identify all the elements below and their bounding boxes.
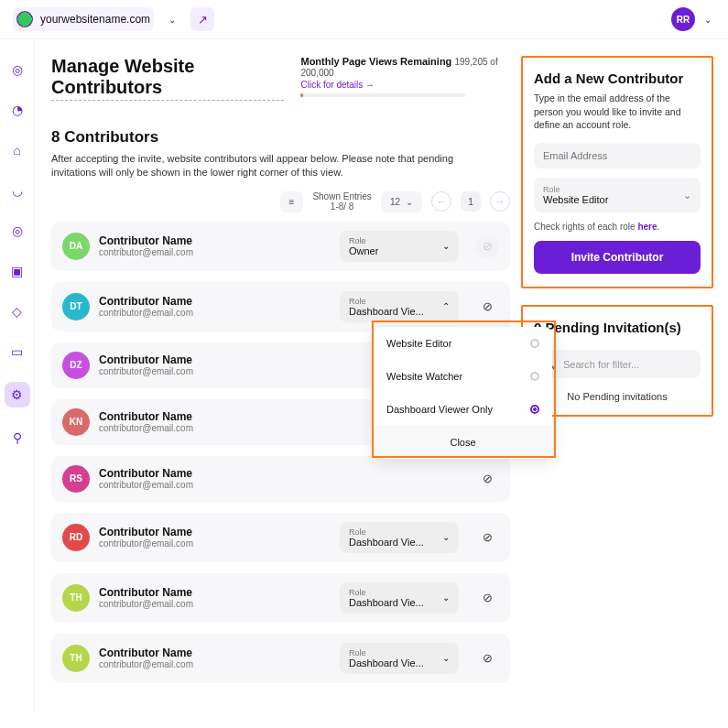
role-select[interactable]: Role Dashboard Vie... ⌄ — [340, 643, 459, 674]
chart-icon: ◔ — [12, 103, 23, 117]
dropdown-option[interactable]: Website Watcher — [374, 360, 552, 393]
remove-contributor-button[interactable]: ⊘ — [475, 295, 499, 319]
hint-link[interactable]: here — [637, 222, 657, 232]
contributor-row: TH Contributor Name contributor@email.co… — [51, 634, 510, 683]
contributor-avatar: DZ — [62, 352, 90, 379]
contributor-avatar: TH — [62, 645, 90, 672]
role-label: Role — [349, 527, 424, 537]
invite-button[interactable]: Invite Contributor — [534, 241, 701, 274]
contributor-avatar: RS — [62, 465, 90, 493]
contributor-rows: DA Contributor Name contributor@email.co… — [51, 222, 510, 683]
topbar-left: yourwebsitename.com ⌄ ↗ — [13, 7, 214, 31]
contributor-info: Contributor Name contributor@email.com — [99, 234, 331, 257]
ban-icon: ⊘ — [483, 651, 493, 665]
contributor-email: contributor@email.com — [99, 366, 331, 376]
rail-item-dashboard[interactable]: ◎ — [7, 60, 27, 80]
chevron-down-icon: ⌄ — [442, 532, 450, 542]
page-views-metric[interactable]: Monthly Page Views Remaining 199,205 of … — [300, 56, 510, 97]
briefcase-icon: ▭ — [11, 344, 23, 359]
arrow-right-icon: → — [495, 196, 505, 207]
contributor-name: Contributor Name — [99, 467, 331, 480]
email-field[interactable]: Email Address — [534, 143, 701, 168]
user-menu-chevron-icon[interactable]: ⌄ — [701, 15, 715, 25]
rail-item-location[interactable]: ⚲ — [7, 428, 27, 448]
contributor-row: DA Contributor Name contributor@email.co… — [51, 222, 510, 271]
dropdown-close[interactable]: Close — [374, 426, 552, 459]
ban-icon: ⊘ — [483, 530, 493, 544]
option-label: Website Watcher — [386, 371, 462, 382]
rail-item-briefcase[interactable]: ▭ — [7, 342, 27, 362]
contributor-info: Contributor Name contributor@email.com — [99, 410, 331, 433]
per-page-select[interactable]: 12 ⌄ — [381, 191, 422, 212]
role-field[interactable]: Role Website Editor ⌄ — [534, 178, 701, 212]
role-label: Role — [543, 185, 608, 194]
contributor-email: contributor@email.com — [99, 599, 331, 609]
contributor-info: Contributor Name contributor@email.com — [99, 353, 331, 376]
role-select[interactable]: Role Dashboard Vie... ⌄ — [340, 582, 459, 614]
gear-icon: ⚙ — [11, 387, 23, 402]
site-selector[interactable]: yourwebsitename.com — [13, 7, 154, 31]
chevron-down-icon: ⌄ — [442, 241, 450, 251]
contributor-row: DT Contributor Name contributor@email.co… — [51, 282, 510, 331]
per-page-value: 12 — [390, 197, 400, 207]
rail-item-security[interactable]: ◇ — [7, 301, 27, 321]
dropdown-option[interactable]: Website Editor — [374, 327, 552, 360]
remove-contributor-button[interactable]: ⊘ — [475, 526, 499, 549]
contributors-heading: 8 Contributors — [51, 128, 510, 147]
shown-entries: Shown Entries 1-8/ 8 — [312, 191, 371, 212]
rail-item-settings[interactable]: ⚙ — [5, 382, 30, 407]
user-avatar[interactable]: RR — [671, 7, 695, 31]
contributor-email: contributor@email.com — [99, 659, 331, 669]
remove-contributor-button[interactable]: ⊘ — [475, 647, 499, 670]
rail-item-targeting[interactable]: ◎ — [7, 221, 27, 241]
role-select[interactable]: Role Dashboard Vie... ⌃ — [340, 291, 459, 322]
bag-icon: ⌂ — [13, 143, 20, 158]
ban-icon: ⊘ — [483, 299, 493, 313]
radio-icon — [530, 405, 539, 414]
remove-contributor-button[interactable]: ⊘ — [475, 467, 499, 491]
shield-icon: ◇ — [12, 304, 22, 319]
contributor-email: contributor@email.com — [99, 308, 331, 318]
pending-search[interactable]: 🔍 Search for filter... — [534, 350, 701, 378]
rail-item-analytics[interactable]: ◔ — [7, 100, 27, 120]
contributor-row: RD Contributor Name contributor@email.co… — [51, 513, 510, 562]
site-chevron-icon[interactable]: ⌄ — [165, 15, 179, 25]
pager-next[interactable]: → — [490, 191, 510, 212]
contributor-name: Contributor Name — [99, 234, 331, 247]
topbar-right: RR ⌄ — [671, 7, 715, 31]
ban-icon: ⊘ — [483, 239, 493, 253]
role-value: Website Editor — [543, 194, 608, 205]
role-select[interactable]: Role Owner ⌄ — [340, 231, 459, 262]
metric-bar — [300, 93, 465, 97]
site-icon — [16, 11, 33, 27]
metric-title: Monthly Page Views Remaining — [300, 56, 451, 67]
chevron-down-icon: ⌄ — [406, 197, 413, 207]
remove-contributor-button[interactable]: ⊘ — [475, 586, 499, 610]
filter-button[interactable]: ≡ — [280, 191, 304, 212]
contributor-name: Contributor Name — [99, 410, 331, 423]
email-label: Email Address — [543, 150, 607, 161]
arrow-left-icon: ← — [437, 196, 447, 207]
rail-item-activity[interactable]: ◡ — [7, 180, 27, 201]
role-select[interactable]: Role Dashboard Vie... ⌄ — [340, 522, 459, 553]
contributor-avatar: DA — [62, 233, 90, 260]
table-controls: ≡ Shown Entries 1-8/ 8 12 ⌄ ← 1 → — [51, 191, 510, 212]
dropdown-option[interactable]: Dashboard Viewer Only — [374, 393, 552, 426]
role-hint: Check rights of each role here. — [534, 222, 701, 232]
ban-icon: ⊘ — [483, 591, 493, 604]
page-header: Manage Website Contributors Monthly Page… — [51, 56, 510, 101]
pager-current: 1 — [461, 191, 481, 212]
metric-link[interactable]: Click for details → — [300, 80, 510, 90]
rail-item-commerce[interactable]: ⌂ — [7, 140, 27, 160]
open-external-button[interactable]: ↗ — [190, 7, 214, 31]
contributor-avatar: DT — [62, 293, 90, 321]
contributor-name: Contributor Name — [99, 526, 331, 538]
search-placeholder: Search for filter... — [563, 359, 639, 370]
rail-item-gaming[interactable]: ▣ — [7, 261, 27, 281]
pending-title: 0 Pending Invitation(s) — [534, 320, 701, 335]
pager-prev[interactable]: ← — [431, 191, 451, 212]
external-link-icon: ↗ — [198, 13, 208, 27]
contributor-email: contributor@email.com — [99, 538, 331, 549]
contributors-sub: After accepting the invite, website cont… — [51, 152, 482, 180]
role-label: Role — [349, 588, 424, 597]
